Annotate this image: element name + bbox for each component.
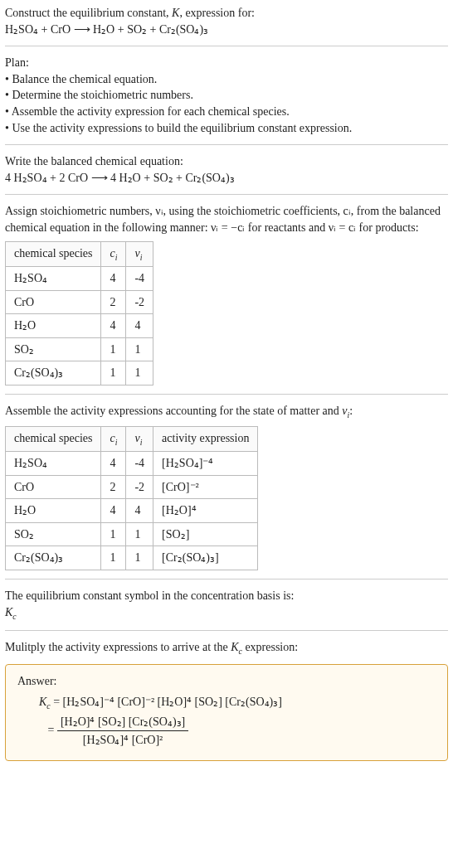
multiply-text: Mulitply the activity expressions to arr… bbox=[5, 641, 298, 653]
col-header: νi bbox=[126, 426, 153, 452]
divider bbox=[5, 630, 448, 631]
cell-species: Cr₂(SO₄)₃ bbox=[6, 361, 101, 386]
answer-flat: [H₂SO₄]⁻⁴ [CrO]⁻² [H₂O]⁴ [SO₂] [Cr₂(SO₄)… bbox=[63, 696, 282, 708]
activity-text: Assemble the activity expressions accoun… bbox=[5, 405, 353, 417]
cell-v: 1 bbox=[126, 361, 153, 386]
cell-v: 4 bbox=[126, 314, 153, 338]
cell-species: SO₂ bbox=[6, 337, 101, 361]
col-header: ci bbox=[101, 426, 126, 452]
plan-item: Balance the chemical equation. bbox=[5, 73, 157, 85]
cell-c: 4 bbox=[101, 499, 126, 523]
answer-lhs: Kc bbox=[39, 696, 51, 708]
cell-c: 4 bbox=[101, 314, 126, 338]
table-row: SO₂ 1 1 bbox=[6, 337, 153, 361]
cell-species: Cr₂(SO₄)₃ bbox=[6, 546, 101, 570]
cell-c: 4 bbox=[101, 267, 126, 291]
stoich-block: Assign stoichiometric numbers, νᵢ, using… bbox=[5, 203, 448, 386]
table-header-row: chemical species ci νi activity expressi… bbox=[6, 426, 258, 452]
divider bbox=[5, 144, 448, 145]
cell-c: 2 bbox=[101, 290, 126, 314]
divider bbox=[5, 194, 448, 195]
divider bbox=[5, 394, 448, 395]
answer-label: Answer: bbox=[17, 675, 56, 687]
table-row: H₂SO₄ 4 -4 bbox=[6, 267, 153, 291]
intro-text: Construct the equilibrium constant, K, e… bbox=[5, 7, 255, 19]
cell-c: 1 bbox=[101, 361, 126, 386]
balanced-equation: 4 H₂SO₄ + 2 CrO ⟶ 4 H₂O + SO₂ + Cr₂(SO₄)… bbox=[5, 172, 235, 184]
unbalanced-equation: H₂SO₄ + CrO ⟶ H₂O + SO₂ + Cr₂(SO₄)₃ bbox=[5, 23, 208, 36]
cell-species: CrO bbox=[6, 290, 101, 314]
cell-expr: [Cr₂(SO₄)₃] bbox=[153, 546, 258, 570]
answer-numerator: [H₂O]⁴ [SO₂] [Cr₂(SO₄)₃] bbox=[57, 714, 188, 732]
cell-species: H₂SO₄ bbox=[6, 267, 101, 291]
cell-expr: [H₂O]⁴ bbox=[153, 499, 258, 523]
cell-v: -4 bbox=[126, 267, 153, 291]
table-row: CrO 2 -2 [CrO]⁻² bbox=[6, 475, 258, 499]
cell-v: -4 bbox=[126, 452, 153, 476]
plan-item: Assemble the activity expression for eac… bbox=[5, 105, 290, 118]
symbol-value: Kc bbox=[5, 606, 17, 618]
activity-block: Assemble the activity expressions accoun… bbox=[5, 403, 448, 570]
divider bbox=[5, 579, 448, 579]
plan-item: Use the activity expressions to build th… bbox=[5, 122, 352, 134]
answer-denominator: [H₂SO₄]⁴ [CrO]² bbox=[57, 731, 188, 749]
activity-table: chemical species ci νi activity expressi… bbox=[5, 426, 258, 570]
answer-eq: Kc = [H₂SO₄]⁻⁴ [CrO]⁻² [H₂O]⁴ [SO₂] [Cr₂… bbox=[17, 694, 436, 712]
cell-expr: [H₂SO₄]⁻⁴ bbox=[153, 452, 258, 476]
cell-c: 4 bbox=[101, 452, 126, 476]
cell-v: 1 bbox=[126, 546, 153, 570]
intro-block: Construct the equilibrium constant, K, e… bbox=[5, 5, 448, 37]
answer-fraction: [H₂O]⁴ [SO₂] [Cr₂(SO₄)₃] [H₂SO₄]⁴ [CrO]² bbox=[57, 714, 188, 749]
answer-eq2: = [H₂O]⁴ [SO₂] [Cr₂(SO₄)₃] [H₂SO₄]⁴ [CrO… bbox=[17, 714, 436, 749]
cell-v: 1 bbox=[126, 522, 153, 546]
table-row: H₂O 4 4 [H₂O]⁴ bbox=[6, 499, 258, 523]
table-row: H₂O 4 4 bbox=[6, 314, 153, 338]
col-header: activity expression bbox=[153, 426, 258, 452]
cell-expr: [CrO]⁻² bbox=[153, 475, 258, 499]
cell-species: SO₂ bbox=[6, 522, 101, 546]
cell-c: 1 bbox=[101, 337, 126, 361]
divider bbox=[5, 46, 448, 46]
table-row: SO₂ 1 1 [SO₂] bbox=[6, 522, 258, 546]
col-header: chemical species bbox=[6, 241, 101, 267]
symbol-block: The equilibrium constant symbol in the c… bbox=[5, 588, 448, 622]
table-row: CrO 2 -2 bbox=[6, 290, 153, 314]
table-row: H₂SO₄ 4 -4 [H₂SO₄]⁻⁴ bbox=[6, 452, 258, 476]
table-row: Cr₂(SO₄)₃ 1 1 bbox=[6, 361, 153, 386]
balanced-heading: Write the balanced chemical equation: bbox=[5, 155, 183, 167]
table-header-row: chemical species ci νi bbox=[6, 241, 153, 267]
cell-species: H₂O bbox=[6, 499, 101, 523]
plan-heading: Plan: bbox=[5, 56, 29, 69]
stoich-table: chemical species ci νi H₂SO₄ 4 -4 CrO 2 … bbox=[5, 241, 153, 386]
plan-block: Plan: Balance the chemical equation. Det… bbox=[5, 55, 448, 136]
table-row: Cr₂(SO₄)₃ 1 1 [Cr₂(SO₄)₃] bbox=[6, 546, 258, 570]
multiply-block: Mulitply the activity expressions to arr… bbox=[5, 639, 448, 657]
stoich-text: Assign stoichiometric numbers, νᵢ, using… bbox=[5, 205, 441, 234]
symbol-text: The equilibrium constant symbol in the c… bbox=[5, 589, 294, 602]
cell-species: H₂O bbox=[6, 314, 101, 338]
col-header: νi bbox=[126, 241, 153, 267]
cell-v: -2 bbox=[126, 475, 153, 499]
cell-v: 1 bbox=[126, 337, 153, 361]
cell-c: 2 bbox=[101, 475, 126, 499]
cell-v: -2 bbox=[126, 290, 153, 314]
col-header: chemical species bbox=[6, 426, 101, 452]
cell-c: 1 bbox=[101, 546, 126, 570]
cell-c: 1 bbox=[101, 522, 126, 546]
plan-item: Determine the stoichiometric numbers. bbox=[5, 89, 193, 101]
cell-v: 4 bbox=[126, 499, 153, 523]
col-header: ci bbox=[101, 241, 126, 267]
cell-species: H₂SO₄ bbox=[6, 452, 101, 476]
answer-box: Answer: Kc = [H₂SO₄]⁻⁴ [CrO]⁻² [H₂O]⁴ [S… bbox=[5, 664, 448, 761]
cell-expr: [SO₂] bbox=[153, 522, 258, 546]
balanced-block: Write the balanced chemical equation: 4 … bbox=[5, 153, 448, 186]
cell-species: CrO bbox=[6, 475, 101, 499]
